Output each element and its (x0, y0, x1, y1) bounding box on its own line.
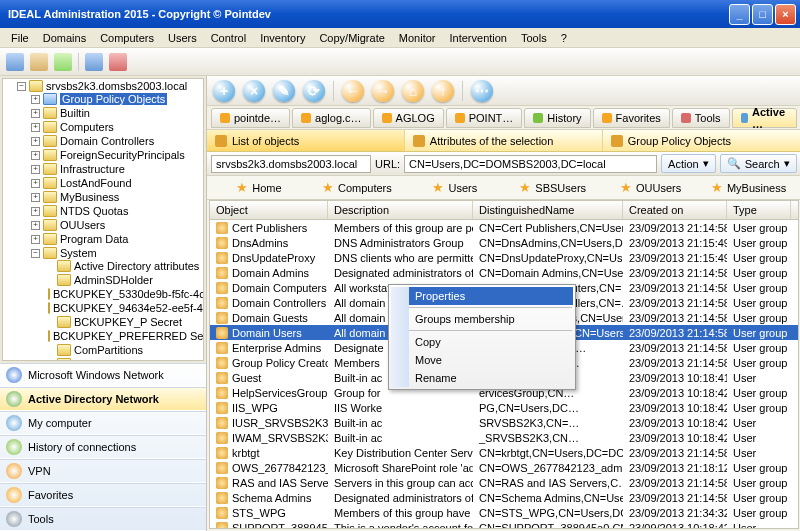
menu-tools[interactable]: Tools (514, 30, 554, 46)
tool-button[interactable]: ↑ (432, 80, 454, 102)
tree-node[interactable]: ComPartitionSets (45, 358, 203, 361)
accordion-favorites[interactable]: Favorites (0, 483, 206, 507)
grid-row[interactable]: IUSR_SRVSBS2K3Built-in acSRVSBS2K3,CN=…2… (210, 415, 798, 430)
category-tab[interactable]: Attributes of the selection (405, 130, 603, 151)
tree-node[interactable]: +Builtin (31, 107, 203, 119)
tab[interactable]: Active … (732, 108, 797, 128)
tree-node[interactable]: BCKUPKEY_P Secret (45, 316, 203, 328)
tool-button[interactable]: × (243, 80, 265, 102)
accordion-history-of-connections[interactable]: History of connections (0, 435, 206, 459)
tree-node[interactable]: BCKUPKEY_94634e52-ee5f-48bb (45, 302, 203, 314)
tree-node[interactable]: AdminSDHolder (45, 274, 203, 286)
grid-row[interactable]: Schema AdminsDesignated administrators o… (210, 490, 798, 505)
accordion-tools[interactable]: Tools (0, 507, 206, 531)
fav-tab[interactable]: ★Computers (309, 178, 405, 198)
ctx-properties[interactable]: Properties (391, 287, 573, 305)
toolbar-icon[interactable] (54, 53, 72, 71)
menu-users[interactable]: Users (161, 30, 204, 46)
grid-row[interactable]: krbtgtKey Distribution Center Servic…CN=… (210, 445, 798, 460)
minimize-button[interactable]: _ (729, 4, 750, 25)
tab[interactable]: Tools (672, 108, 730, 128)
column-header[interactable]: Type (727, 201, 791, 219)
tool-button[interactable]: + (213, 80, 235, 102)
ctx-rename[interactable]: Rename (391, 369, 573, 387)
toolbar-icon[interactable] (85, 53, 103, 71)
column-header[interactable]: DistinguishedName (473, 201, 623, 219)
tool-button[interactable]: ⋯ (471, 80, 493, 102)
tab[interactable]: pointde… (211, 108, 290, 128)
menu-control[interactable]: Control (204, 30, 253, 46)
fav-tab[interactable]: ★SBSUsers (505, 178, 601, 198)
grid-row[interactable]: STS_WPGMembers of this group have a…CN=S… (210, 505, 798, 520)
menu-?[interactable]: ? (554, 30, 574, 46)
tab[interactable]: POINT… (446, 108, 523, 128)
ctx-groups-membership[interactable]: Groups membership (391, 310, 573, 328)
grid-row[interactable]: IIS_WPGIIS WorkePG,CN=Users,DC…23/09/201… (210, 400, 798, 415)
tree-node[interactable]: +LostAndFound (31, 177, 203, 189)
column-header[interactable]: Created on (623, 201, 727, 219)
tree-node[interactable]: +Group Policy Objects (31, 93, 203, 105)
tree-node[interactable]: +Program Data (31, 233, 203, 245)
accordion-active-directory-network[interactable]: Active Directory Network (0, 387, 206, 411)
category-tab[interactable]: List of objects (207, 130, 405, 151)
tool-button[interactable]: ⌂ (402, 80, 424, 102)
tab[interactable]: History (524, 108, 590, 128)
fav-tab[interactable]: ★Users (407, 178, 503, 198)
toolbar-icon[interactable] (30, 53, 48, 71)
grid-row[interactable]: DnsAdminsDNS Administrators GroupCN=DnsA… (210, 235, 798, 250)
search-dropdown[interactable]: 🔍Search▾ (720, 154, 797, 173)
tree-node[interactable]: ComPartitions (45, 344, 203, 356)
tree-node[interactable]: +ForeignSecurityPrincipals (31, 149, 203, 161)
toolbar-icon[interactable] (6, 53, 24, 71)
grid-row[interactable]: DnsUpdateProxyDNS clients who are permit… (210, 250, 798, 265)
tree-view[interactable]: −srvsbs2k3.domsbs2003.local+Group Policy… (2, 78, 204, 361)
tree-node[interactable]: Active Directory attributes (45, 260, 203, 272)
tab[interactable]: aglog.c… (292, 108, 370, 128)
close-button[interactable]: × (775, 4, 796, 25)
server-input[interactable] (211, 155, 371, 173)
tree-node[interactable]: BCKUPKEY_PREFERRED Secret (45, 330, 203, 342)
column-header[interactable]: Object (210, 201, 328, 219)
fav-tab[interactable]: ★Home (211, 178, 307, 198)
grid-row[interactable]: IWAM_SRVSBS2K3Built-in ac_SRVSBS2K3,CN…2… (210, 430, 798, 445)
tab[interactable]: AGLOG (373, 108, 444, 128)
url-input[interactable] (404, 155, 657, 173)
column-header[interactable]: Description (328, 201, 473, 219)
grid-row[interactable]: OWS_2677842123_adminMicrosoft SharePoint… (210, 460, 798, 475)
menu-copy/migrate[interactable]: Copy/Migrate (312, 30, 391, 46)
grid-row[interactable]: RAS and IAS ServersServers in this group… (210, 475, 798, 490)
grid-row[interactable]: Cert PublishersMembers of this group are… (210, 220, 798, 235)
titlebar[interactable]: IDEAL Administration 2015 - Copyright © … (0, 0, 800, 28)
grid-row[interactable]: SUPPORT_388945a0This is a vendor's accou… (210, 520, 798, 529)
accordion-microsoft-windows-network[interactable]: Microsoft Windows Network (0, 363, 206, 387)
tree-node[interactable]: +Domain Controllers (31, 135, 203, 147)
fav-tab[interactable]: ★OUUsers (603, 178, 699, 198)
tool-button[interactable]: ✎ (273, 80, 295, 102)
menu-computers[interactable]: Computers (93, 30, 161, 46)
tree-node[interactable]: +NTDS Quotas (31, 205, 203, 217)
accordion-vpn[interactable]: VPN (0, 459, 206, 483)
menu-monitor[interactable]: Monitor (392, 30, 443, 46)
accordion-my-computer[interactable]: My computer (0, 411, 206, 435)
tool-button[interactable]: → (372, 80, 394, 102)
maximize-button[interactable]: □ (752, 4, 773, 25)
tree-node[interactable]: +MyBusiness (31, 191, 203, 203)
tree-node[interactable]: +Infrastructure (31, 163, 203, 175)
menu-intervention[interactable]: Intervention (443, 30, 514, 46)
fav-tab[interactable]: ★MyBusiness (701, 178, 797, 198)
grid-row[interactable]: Domain AdminsDesignated administrators o… (210, 265, 798, 280)
context-menu[interactable]: PropertiesGroups membershipCopyMoveRenam… (388, 284, 576, 390)
menu-inventory[interactable]: Inventory (253, 30, 312, 46)
category-tab[interactable]: Group Policy Objects (603, 130, 800, 151)
tree-node[interactable]: +OUUsers (31, 219, 203, 231)
tab[interactable]: Favorites (593, 108, 670, 128)
tree-node[interactable]: −System (31, 247, 203, 259)
tree-node[interactable]: +Computers (31, 121, 203, 133)
menu-file[interactable]: File (4, 30, 36, 46)
tree-node[interactable]: BCKUPKEY_5330de9b-f5fc-4c5e- (45, 288, 203, 300)
toolbar-icon[interactable] (109, 53, 127, 71)
tool-button[interactable]: ⟳ (303, 80, 325, 102)
action-dropdown[interactable]: Action▾ (661, 154, 716, 173)
ctx-move[interactable]: Move (391, 351, 573, 369)
tool-button[interactable]: ← (342, 80, 364, 102)
